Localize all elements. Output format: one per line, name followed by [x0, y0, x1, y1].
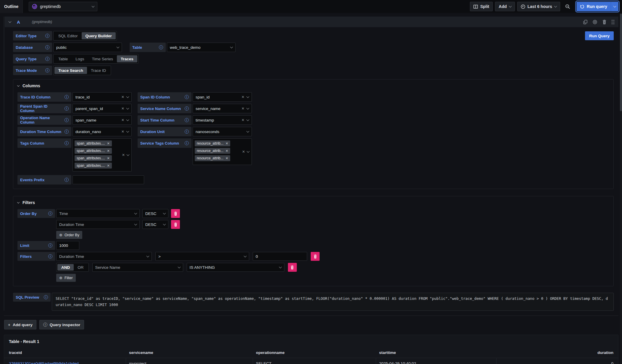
span-id-column-select[interactable]: span_id✕	[193, 92, 252, 102]
clear-icon[interactable]: ✕	[121, 130, 124, 133]
info-icon[interactable]: i	[45, 34, 49, 38]
time-range-button[interactable]: Last 6 hours	[517, 2, 560, 11]
info-icon[interactable]: i	[45, 57, 49, 61]
info-icon[interactable]: i	[65, 178, 69, 182]
trace-id-column-select[interactable]: trace_id✕	[72, 92, 132, 102]
info-icon[interactable]: i	[159, 45, 163, 49]
info-icon[interactable]: i	[45, 68, 49, 72]
tag-chip[interactable]: span_attributes....✕	[75, 163, 112, 169]
add-filter-button[interactable]: ⊕Filter	[56, 274, 76, 282]
info-icon[interactable]: i	[65, 95, 69, 99]
clear-icon[interactable]: ✕	[242, 150, 245, 153]
service-tag-chip[interactable]: resource_attrib...✕	[195, 148, 230, 154]
events-prefix-input[interactable]	[72, 175, 144, 184]
trace-mode-option-trace-id[interactable]: Trace ID	[87, 67, 110, 74]
clear-icon[interactable]: ✕	[121, 118, 124, 122]
table-select[interactable]: web_trace_demo	[167, 43, 236, 52]
outline-button[interactable]: Outline	[0, 0, 23, 13]
info-icon[interactable]: i	[185, 106, 189, 111]
query-type-option-traces[interactable]: Traces	[117, 55, 137, 62]
info-icon[interactable]: i	[185, 95, 189, 99]
add-button[interactable]: Add	[495, 2, 515, 11]
duration-unit-select[interactable]: nanoseconds	[193, 127, 252, 136]
boolean-option-and[interactable]: AND	[57, 264, 74, 271]
panel-run-query-button[interactable]: Run Query	[585, 31, 614, 40]
remove-order-by-button[interactable]	[171, 209, 180, 218]
info-icon[interactable]: i	[48, 243, 52, 247]
info-icon[interactable]: i	[185, 141, 189, 145]
order-by-direction-select-2[interactable]: DESC	[142, 220, 168, 229]
start-time-column-select[interactable]: timestamp✕	[193, 115, 252, 125]
query-type-option-table[interactable]: Table	[54, 55, 72, 62]
split-button[interactable]: Split	[470, 2, 493, 11]
datasource-picker[interactable]: greptimedb	[29, 2, 97, 11]
delete-query-icon[interactable]	[602, 20, 606, 24]
info-icon[interactable]: i	[65, 106, 69, 111]
remove-chip-icon[interactable]: ✕	[225, 142, 228, 145]
run-query-dropdown[interactable]	[611, 2, 618, 11]
info-icon[interactable]: i	[65, 141, 69, 145]
filters-section-header[interactable]: Filters	[17, 200, 609, 205]
remove-filter-button[interactable]	[311, 252, 320, 261]
parent-span-id-column-select[interactable]: parent_span_id✕	[72, 104, 132, 113]
tag-chip[interactable]: span_attributes....✕	[75, 140, 112, 146]
info-icon[interactable]: i	[185, 118, 189, 122]
remove-chip-icon[interactable]: ✕	[107, 157, 109, 160]
remove-chip-icon[interactable]: ✕	[107, 142, 109, 145]
filter2-operator-select[interactable]: IS ANYTHING	[187, 263, 284, 272]
order-by-direction-select-1[interactable]: DESC	[142, 209, 168, 218]
info-icon[interactable]: i	[48, 211, 52, 216]
duplicate-query-icon[interactable]	[583, 20, 587, 24]
boolean-option-or[interactable]: OR	[74, 264, 87, 271]
remove-filter-button[interactable]	[288, 263, 297, 272]
tag-chip[interactable]: span_attributes....✕	[75, 155, 112, 161]
service-tag-chip[interactable]: resource_attrib...✕	[195, 155, 230, 161]
info-icon[interactable]: i	[48, 254, 52, 258]
remove-order-by-button[interactable]	[171, 220, 180, 229]
info-icon[interactable]: i	[65, 118, 69, 122]
query-type-option-time-series[interactable]: Time Series	[88, 55, 117, 62]
clear-icon[interactable]: ✕	[241, 107, 244, 110]
clear-icon[interactable]: ✕	[121, 95, 124, 99]
service-tags-column-multiselect[interactable]: resource_attrib...✕ resource_attrib...✕ …	[193, 138, 252, 165]
remove-chip-icon[interactable]: ✕	[225, 157, 228, 160]
collapse-chevron-icon[interactable]	[9, 20, 12, 23]
info-icon[interactable]: i	[65, 130, 69, 134]
order-by-field-select-1[interactable]: Time	[56, 209, 140, 218]
scrollbar[interactable]	[620, 14, 622, 364]
filter-value-input[interactable]: 0	[253, 252, 307, 261]
query-type-option-logs[interactable]: Logs	[72, 55, 88, 62]
run-query-button[interactable]: Run query	[576, 2, 611, 11]
add-query-button[interactable]: + Add query	[4, 320, 36, 329]
tags-column-multiselect[interactable]: span_attributes....✕ span_attributes....…	[72, 138, 132, 172]
trace-mode-option-trace-search[interactable]: Trace Search	[54, 67, 87, 74]
order-by-field-select-2[interactable]: Duration Time	[56, 220, 140, 229]
drag-handle-icon[interactable]	[612, 20, 614, 24]
filter-operator-select[interactable]: >	[155, 252, 249, 261]
duration-time-column-select[interactable]: duration_nano✕	[72, 127, 132, 136]
info-icon[interactable]: i	[45, 45, 49, 49]
clear-icon[interactable]: ✕	[122, 153, 125, 157]
info-icon[interactable]: i	[44, 295, 48, 299]
editor-type-option-query-builder[interactable]: Query Builder	[82, 32, 116, 39]
clear-icon[interactable]: ✕	[241, 95, 244, 99]
add-order-by-button[interactable]: ⊕Order By	[56, 231, 82, 239]
tag-chip[interactable]: span_attributes....✕	[75, 148, 112, 154]
database-select[interactable]: public	[53, 43, 122, 52]
operation-name-column-select[interactable]: span_name✕	[72, 115, 132, 125]
service-tag-chip[interactable]: resource_attrib...✕	[195, 140, 230, 146]
remove-chip-icon[interactable]: ✕	[107, 149, 109, 153]
clear-icon[interactable]: ✕	[241, 118, 244, 122]
query-inspector-button[interactable]: i Query inspector	[39, 320, 84, 329]
info-icon[interactable]: i	[185, 130, 189, 134]
service-name-column-select[interactable]: service_name✕	[193, 104, 252, 113]
disable-query-icon[interactable]	[593, 20, 597, 24]
filter-field-select[interactable]: Duration Time	[56, 252, 152, 261]
trace-id-link[interactable]: 3768831301ea0d65adaef8b9da1cbded	[9, 361, 79, 364]
remove-chip-icon[interactable]: ✕	[107, 164, 109, 167]
editor-type-option-sql-editor[interactable]: SQL Editor	[54, 32, 82, 39]
zoom-out-button[interactable]	[563, 2, 573, 11]
filter2-field-select[interactable]: Service Name	[92, 263, 183, 272]
limit-input[interactable]: 1000	[56, 241, 79, 250]
clear-icon[interactable]: ✕	[121, 107, 124, 110]
